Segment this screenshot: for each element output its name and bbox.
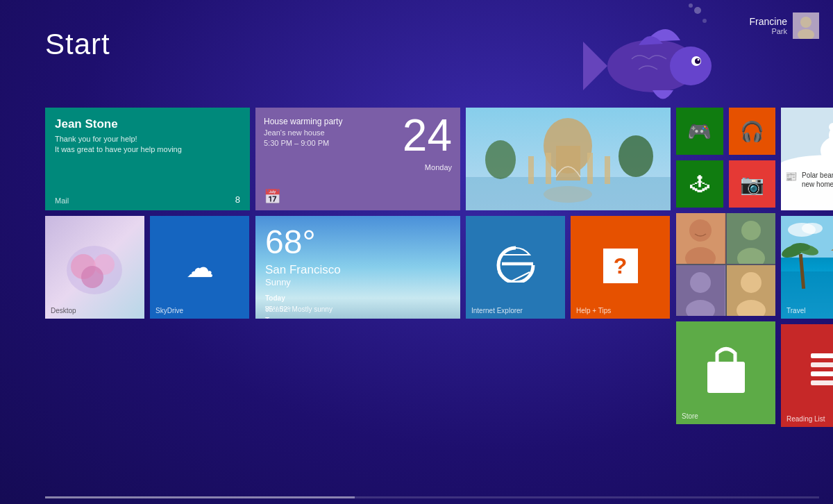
news-icon: 📰 (785, 171, 797, 182)
svg-point-15 (81, 266, 103, 288)
bottom-row-col3: Internet Explorer ? Help + Tips (466, 216, 671, 319)
desktop-bg (45, 216, 144, 319)
reading-icon (807, 350, 834, 401)
user-sub: Park (750, 27, 787, 35)
ie-tile[interactable]: Internet Explorer (466, 216, 565, 319)
camera-icon: 📷 (740, 173, 764, 196)
fish-decoration (569, 0, 722, 125)
column-3: Photos Internet Explorer ? (466, 108, 671, 427)
xbox-games-tile[interactable]: 🕹 (676, 160, 723, 208)
mail-sender: Jean Stone (55, 117, 240, 131)
svg-point-24 (485, 140, 516, 179)
user-name: Francine (750, 16, 787, 27)
svg-rect-39 (707, 362, 745, 393)
column-5: 📰 Polar bears enjoy their new home (781, 108, 833, 427)
column-4: 🎮 🎧 🕹 📷 (676, 108, 775, 427)
svg-rect-22 (587, 153, 593, 184)
tiles-container: Jean Stone Thank you for your help! It w… (45, 108, 826, 427)
column-2: House warming party Jean's new house 5:3… (255, 108, 460, 427)
svg-point-34 (690, 272, 711, 293)
mail-tile[interactable]: Jean Stone Thank you for your help! It w… (45, 108, 250, 210)
calendar-day-number: 24 (403, 113, 452, 158)
photos-bg (466, 108, 671, 210)
svg-rect-20 (528, 156, 534, 184)
user-profile[interactable]: Francine Park (750, 12, 819, 39)
travel-label: Travel (786, 307, 805, 314)
svg-point-1 (702, 19, 707, 23)
svg-rect-23 (605, 156, 610, 184)
start-title: Start (45, 28, 110, 61)
camera-tile[interactable]: 📷 (729, 160, 776, 208)
svg-marker-4 (583, 42, 607, 90)
polar-news-overlay: 📰 Polar bears enjoy their new home (781, 167, 833, 210)
svg-point-37 (741, 272, 762, 293)
xbox-tile[interactable]: 🎮 (676, 108, 723, 155)
calendar-day-name: Monday (425, 163, 452, 171)
desktop-label: Desktop (51, 307, 76, 314)
help-icon-box: ? (603, 249, 638, 283)
calendar-icon: 📅 (264, 188, 281, 205)
skydrive-tile[interactable]: ☁ SkyDrive (150, 216, 249, 319)
small-row-mid: 🕹 📷 (676, 160, 775, 208)
desktop-tile[interactable]: Desktop (45, 216, 144, 319)
svg-point-26 (544, 186, 592, 203)
mail-body: Thank you for your help! It was great to… (55, 134, 240, 156)
weather-temp: 68° (265, 226, 451, 259)
reading-list-tile[interactable]: Reading List (781, 324, 833, 427)
reading-list-label: Reading List (786, 415, 825, 423)
scroll-indicator (45, 496, 819, 498)
mail-label: Mail (55, 196, 69, 205)
svg-rect-66 (811, 353, 834, 358)
svg-point-8 (698, 59, 700, 61)
skydrive-label: SkyDrive (155, 307, 183, 314)
weather-label: Weather (265, 305, 292, 313)
store-icon (702, 341, 750, 405)
small-row-top: 🎮 🎧 (676, 108, 775, 155)
weather-condition: Sunny (265, 277, 451, 287)
svg-point-0 (694, 7, 701, 14)
svg-point-31 (741, 221, 761, 240)
headphones-icon: 🎧 (740, 120, 764, 143)
person-photo-2 (727, 213, 776, 264)
polar-bears-tile[interactable]: 📰 Polar bears enjoy their new home (781, 108, 833, 210)
svg-rect-19 (556, 146, 580, 180)
weather-tile[interactable]: 68° San Francisco Sunny Today 85°/ 52° M… (255, 216, 460, 319)
svg-rect-69 (811, 380, 834, 385)
travel-tile[interactable]: Travel (781, 216, 833, 319)
controller-icon: 🕹 (690, 173, 709, 196)
mail-count: 8 (235, 194, 240, 205)
cloud-icon: ☁ (186, 251, 214, 283)
help-question-mark: ? (614, 253, 628, 279)
ie-label: Internet Explorer (471, 307, 523, 314)
ie-logo (495, 244, 537, 291)
svg-rect-67 (811, 362, 834, 367)
svg-point-10 (800, 17, 811, 28)
help-label: Help + Tips (576, 307, 611, 314)
svg-rect-68 (811, 371, 834, 376)
person-photo-1 (676, 213, 725, 264)
column-1: Jean Stone Thank you for your help! It w… (45, 108, 250, 427)
people-tile[interactable] (676, 213, 775, 316)
svg-point-54 (802, 223, 823, 234)
user-avatar (793, 12, 819, 39)
weather-forecast: Today 85°/ 52° Mostly sunny Tomorrow 68°… (265, 293, 451, 319)
help-tile[interactable]: ? Help + Tips (571, 216, 670, 319)
svg-point-65 (791, 243, 810, 251)
weather-city: San Francisco (265, 263, 451, 277)
music-tile[interactable]: 🎧 (729, 108, 776, 155)
person-photo-3 (676, 265, 725, 316)
svg-point-2 (689, 3, 693, 8)
scroll-thumb (45, 496, 355, 498)
svg-point-5 (670, 47, 712, 85)
calendar-tile[interactable]: House warming party Jean's new house 5:3… (255, 108, 460, 210)
bottom-row-col1: Desktop ☁ SkyDrive (45, 216, 250, 319)
svg-point-25 (619, 135, 653, 177)
photos-tile[interactable]: Photos (466, 108, 671, 210)
xbox-icon: 🎮 (687, 120, 712, 143)
svg-point-49 (816, 157, 832, 167)
svg-point-28 (689, 219, 712, 242)
svg-rect-21 (546, 153, 551, 184)
person-photo-4 (727, 265, 776, 316)
store-label: Store (682, 412, 698, 420)
store-tile[interactable]: Store (676, 321, 775, 424)
